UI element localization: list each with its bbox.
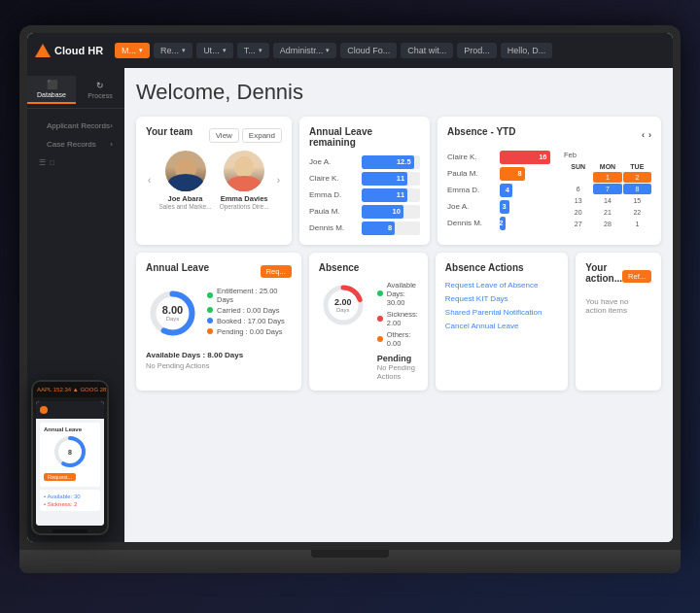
nav-item-8[interactable]: Hello, D... (501, 43, 553, 58)
avatar-emma (224, 151, 264, 191)
cal-month: Feb (564, 151, 577, 159)
nav-item-5[interactable]: Cloud Fo... (340, 43, 397, 58)
pending-sub: No Pending Actions (377, 363, 418, 381)
welcome-title: Welcome, Dennis (136, 80, 661, 105)
team-card-title: Your team (146, 126, 192, 137)
main-content: Welcome, Dennis Your team View Expand (124, 68, 673, 542)
member-emma-role: Operations Dire... (220, 203, 269, 210)
nav-item-7[interactable]: Prod... (457, 43, 497, 58)
cal-day: 6 (564, 184, 592, 194)
nav-item-4[interactable]: Administr... ▾ (273, 43, 337, 58)
logo-icon (35, 44, 51, 57)
dot-carried (207, 307, 213, 313)
your-actions-card: Your action... Ref... You have no action… (576, 253, 661, 391)
absence-donut-label: Days (334, 307, 352, 313)
annual-leave-widget-title: Annual Leave (146, 262, 209, 273)
carousel-right-arrow[interactable]: › (275, 173, 282, 187)
sidebar-item-case-records[interactable]: Case Records › (27, 135, 124, 153)
nav-item-2[interactable]: Ut... ▾ (196, 43, 233, 58)
cal-day: 2 (623, 172, 651, 183)
stat-pending: Pending : 0.00 Days (207, 327, 292, 336)
absence-action-link[interactable]: Request Leave of Absence (445, 281, 558, 289)
team-card: Your team View Expand ‹ (136, 117, 292, 245)
ytd-row: Dennis M. 2 (447, 217, 556, 230)
nav-item-6[interactable]: Chat wit... (401, 43, 453, 58)
top-nav: Cloud HR M... ▾ Re... ▾ Ut... ▾ (27, 33, 673, 68)
dot-entitlement (207, 292, 213, 298)
annual-leave-donut-label: Days (162, 316, 183, 322)
absence-stat-available: Available Days: 30.00 (377, 281, 418, 307)
laptop-base (19, 550, 681, 573)
annual-leave-remaining-title: Annual Leave remaining (309, 126, 420, 148)
cal-day: 28 (593, 219, 621, 229)
annual-leave-remaining-card: Annual Leave remaining Joe A. 12.5 Clair… (299, 117, 430, 245)
sidebar-tab-database[interactable]: ⬛ Database (27, 76, 76, 104)
absence-action-link[interactable]: Request KIT Days (445, 294, 558, 303)
absence-action-link[interactable]: Cancel Annual Leave (445, 322, 558, 330)
cal-day: 8 (623, 184, 651, 194)
nav-item-3[interactable]: T... ▾ (237, 43, 269, 58)
ytd-row: Emma D. 4 (447, 184, 556, 197)
cal-day: 1 (623, 219, 651, 229)
team-expand-btn[interactable]: Expand (242, 128, 282, 143)
sidebar-item-applicant-records[interactable]: Applicant Records › (27, 117, 124, 135)
database-icon: ⬛ (47, 80, 57, 89)
nav-item-0[interactable]: M... ▾ (115, 43, 150, 58)
cal-day: 13 (564, 195, 592, 206)
stat-carried: Carried : 0.00 Days (207, 306, 292, 315)
absence-donut-value: 2.00 (334, 297, 352, 307)
app-logo: Cloud HR (35, 44, 103, 57)
absence-actions-card: Absence Actions Request Leave of Absence… (436, 253, 568, 391)
sidebar-tab-process[interactable]: ↻ Process (76, 76, 124, 104)
dot-pending (207, 328, 213, 334)
leave-row: Paula M. 10 (309, 205, 420, 219)
cal-day: 22 (623, 207, 651, 218)
cal-day: 14 (593, 195, 621, 206)
team-view-btn[interactable]: View (209, 128, 239, 143)
member-emma-name: Emma Davies (220, 194, 269, 203)
cal-day: 27 (564, 219, 592, 229)
sidebar-controls: ☰ □ (27, 153, 124, 172)
action-links: Request Leave of AbsenceRequest KIT Days… (445, 281, 558, 330)
cal-day: 7 (593, 184, 621, 194)
ytd-next-arrow[interactable]: › (648, 130, 651, 140)
available-days-text: Available Days : 8.00 Days (146, 351, 292, 359)
ytd-row: Joe A. 3 (447, 200, 556, 214)
absence-actions-title: Absence Actions (445, 262, 558, 273)
absence-stat-sickness: Sickness: 2.00 (377, 310, 418, 327)
annual-leave-donut-value: 8.00 (162, 304, 183, 316)
ytd-prev-arrow[interactable]: ‹ (642, 130, 645, 140)
pending-title: Pending (377, 354, 418, 363)
ytd-list: Claire K. 16 Paula M. 8 Emma D. 4 Joe A.… (447, 151, 556, 230)
dot-booked (207, 318, 213, 324)
stat-booked: Booked : 17.00 Days (207, 317, 292, 325)
absence-ytd-title: Absence - YTD (447, 126, 515, 137)
cal-day: 15 (623, 195, 651, 206)
member-joe-name: Joe Abara (158, 194, 211, 203)
dot-available (377, 290, 383, 296)
member-emma: Emma Davies Operations Dire... (220, 151, 269, 210)
cal-day: 21 (593, 207, 621, 218)
absence-stat-others: Others: 0.00 (377, 330, 418, 348)
annual-leave-widget: Annual Leave Req... (136, 253, 301, 391)
dot-others (377, 336, 383, 342)
your-actions-ref-btn[interactable]: Ref... (622, 270, 651, 283)
member-joe-role: Sales and Marke... (158, 203, 211, 210)
process-icon: ↻ (96, 81, 104, 90)
cal-grid: SUNMONTUE1267813141520212227281 (564, 162, 651, 229)
dot-sickness (377, 316, 383, 322)
ytd-row: Claire K. 16 (447, 151, 556, 164)
your-actions-title: Your action... (585, 262, 622, 284)
app-name: Cloud HR (54, 45, 103, 56)
leave-row: Joe A. 12.5 (309, 155, 420, 169)
leave-row: Dennis M. 8 (309, 221, 420, 235)
absence-action-link[interactable]: Shared Parental Notification (445, 308, 558, 317)
carousel-left-arrow[interactable]: ‹ (146, 173, 153, 187)
nav-item-1[interactable]: Re... ▾ (154, 43, 192, 58)
mini-calendar: Feb SUNMONTUE1267813141520212227281 (564, 151, 651, 230)
phone-request-btn[interactable]: Request... (44, 473, 76, 481)
leave-row: Claire K. 11 (309, 172, 420, 186)
ytd-row: Paula M. 8 (447, 167, 556, 181)
annual-leave-req-btn[interactable]: Req... (261, 265, 292, 278)
cal-day: 1 (593, 172, 621, 183)
